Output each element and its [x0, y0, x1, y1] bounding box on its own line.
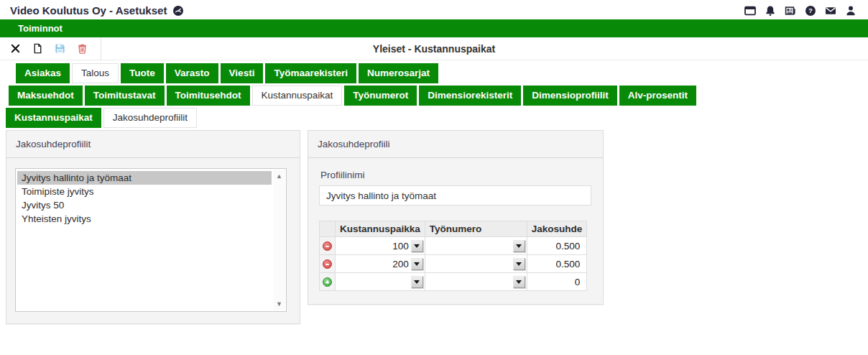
jakosuhde-cell[interactable]: 0.500	[527, 255, 587, 273]
kustannuspaikka-select[interactable]: 100	[336, 240, 425, 252]
tab-dimensioprofiilit[interactable]: Dimensioprofiilit	[523, 86, 617, 106]
newspaper-icon[interactable]	[784, 4, 796, 17]
kustannuspaikka-value: 200	[392, 259, 409, 269]
tab-toimitustavat[interactable]: Toimitustavat	[85, 86, 165, 106]
table-header-row: Kustannuspaikka Työnumero Jakosuhde	[320, 221, 587, 237]
allocation-table: Kustannuspaikka Työnumero Jakosuhde 100	[319, 221, 587, 291]
row-action-header	[320, 221, 336, 237]
tab-tyonumerot[interactable]: Työnumerot	[344, 86, 417, 106]
menu-item-toiminnot[interactable]: Toiminnot	[18, 23, 63, 34]
dropdown-arrow-icon[interactable]	[513, 258, 525, 270]
new-document-icon[interactable]	[31, 42, 44, 55]
remove-row-icon[interactable]	[323, 241, 332, 251]
tab-dimensiorekisterit[interactable]: Dimensiorekisterit	[419, 86, 521, 106]
tyonumero-select[interactable]	[425, 276, 527, 288]
profiles-panel-title: Jakosuhdeprofiilit	[6, 131, 300, 158]
dropdown-arrow-icon[interactable]	[513, 276, 525, 288]
mail-icon[interactable]	[824, 4, 836, 17]
tab-varasto[interactable]: Varasto	[166, 63, 218, 83]
scroll-up-icon[interactable]: ▲	[276, 170, 282, 183]
delete-icon[interactable]	[75, 42, 88, 55]
jakosuhde-cell[interactable]: 0	[527, 273, 587, 291]
tabs-level3: Kustannuspaikat Jakosuhdeprofiilit	[6, 108, 868, 128]
page-title: Video Koulutus Oy - Asetukset	[10, 4, 167, 17]
list-item[interactable]: Yhteisten jyvitys	[17, 212, 272, 226]
profiles-panel: Jakosuhdeprofiilit Jyvitys hallinto ja t…	[6, 130, 300, 324]
titlebar-icons: ?	[744, 4, 858, 17]
dropdown-arrow-icon[interactable]	[411, 276, 423, 288]
window-icon[interactable]	[744, 4, 756, 17]
close-icon[interactable]	[9, 42, 22, 55]
dropdown-arrow-icon[interactable]	[411, 258, 423, 270]
tab-tyomaarekisteri[interactable]: Työmaarekisteri	[265, 63, 356, 83]
help-icon[interactable]: ?	[804, 4, 816, 17]
tab-numerosarjat[interactable]: Numerosarjat	[359, 63, 438, 83]
kustannuspaikka-select[interactable]	[336, 276, 425, 288]
tab-toimitusehdot[interactable]: Toimitusehdot	[167, 86, 250, 106]
tab-maksuehdot[interactable]: Maksuehdot	[9, 86, 83, 106]
user-icon[interactable]	[844, 4, 857, 17]
toolbar-heading: Yleiset - Kustannuspaikat	[0, 43, 868, 55]
svg-text:?: ?	[808, 6, 813, 14]
col-kustannuspaikka: Kustannuspaikka	[336, 221, 425, 237]
tab-talous[interactable]: Talous	[72, 63, 119, 83]
kustannuspaikka-select[interactable]: 200	[336, 258, 425, 270]
profile-detail-title: Jakosuhdeprofiili	[308, 131, 603, 158]
jakosuhde-cell[interactable]: 0.500	[527, 237, 587, 255]
list-item[interactable]: Toimipiste jyvitys	[17, 185, 272, 198]
tab-tuote[interactable]: Tuote	[121, 63, 164, 83]
tab-jakosuhdeprofiilit[interactable]: Jakosuhdeprofiilit	[103, 108, 197, 128]
toolbar: Yleiset - Kustannuspaikat	[0, 37, 868, 60]
profile-name-label: Profiilinimi	[320, 170, 590, 180]
dropdown-arrow-icon[interactable]	[411, 240, 423, 252]
list-item[interactable]: Jyvitys 50	[17, 198, 272, 212]
dropdown-arrow-icon[interactable]	[513, 240, 525, 252]
save-icon[interactable]	[53, 42, 66, 55]
bell-icon[interactable]	[764, 4, 776, 17]
col-tyonumero: Työnumero	[425, 221, 527, 237]
profiles-listbox: Jyvitys hallinto ja työmaat Toimipiste j…	[15, 168, 287, 312]
list-item[interactable]: Jyvitys hallinto ja työmaat	[17, 171, 272, 185]
scroll-down-icon[interactable]: ▼	[276, 298, 282, 310]
tab-alv-prosentit[interactable]: Alv-prosentit	[619, 86, 696, 106]
add-row-icon[interactable]	[323, 277, 332, 287]
tab-kustannuspaikat-sub[interactable]: Kustannuspaikat	[6, 108, 101, 128]
titlebar: Video Koulutus Oy - Asetukset ?	[0, 0, 868, 19]
tab-viesti[interactable]: Viesti	[221, 63, 264, 83]
list-scrollbar[interactable]: ▲ ▼	[273, 170, 285, 310]
table-row: 100 0.500	[320, 237, 587, 255]
tab-asiakas[interactable]: Asiakas	[16, 63, 70, 83]
profile-detail-panel: Jakosuhdeprofiili Profiilinimi Kustannus…	[308, 130, 604, 305]
tyonumero-select[interactable]	[425, 240, 527, 252]
profile-name-input[interactable]	[319, 185, 591, 206]
col-jakosuhde: Jakosuhde	[527, 221, 587, 237]
table-row: 200 0.500	[320, 255, 587, 273]
gauge-icon	[172, 4, 184, 17]
tyonumero-select[interactable]	[425, 258, 527, 270]
remove-row-icon[interactable]	[323, 259, 332, 269]
tab-kustannuspaikat[interactable]: Kustannuspaikat	[252, 86, 343, 106]
kustannuspaikka-value: 100	[392, 241, 409, 252]
toolbar-divider	[101, 37, 101, 60]
menubar: Toiminnot	[0, 19, 868, 37]
tabs-level2: Maksuehdot Toimitustavat Toimitusehdot K…	[9, 86, 868, 106]
table-row: 0	[320, 273, 587, 291]
tabs-level1: Asiakas Talous Tuote Varasto Viesti Työm…	[16, 63, 868, 83]
